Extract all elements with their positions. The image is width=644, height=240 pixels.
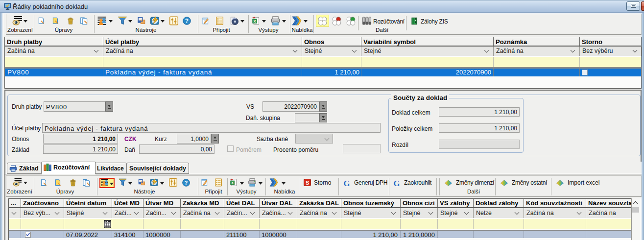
svg-text:?: ? — [185, 18, 189, 24]
svg-text:?: ? — [185, 180, 188, 186]
svg-text:X: X — [231, 181, 234, 185]
svg-text:S: S — [306, 180, 309, 186]
svg-text:G: G — [393, 179, 400, 188]
svg-text:G: G — [343, 179, 350, 188]
svg-text:X: X — [253, 19, 256, 24]
